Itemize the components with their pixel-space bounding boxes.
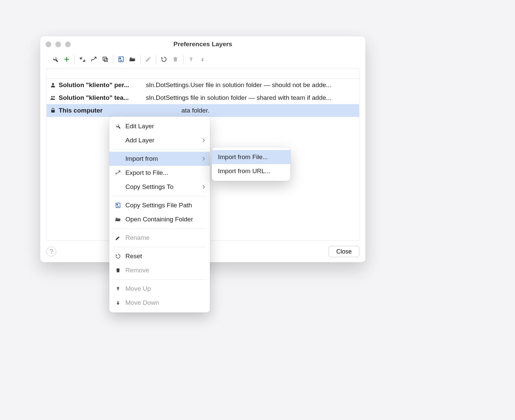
menu-copy-settings-to[interactable]: Copy Settings To xyxy=(109,180,210,194)
folder-open-icon[interactable] xyxy=(127,54,138,65)
pencil-icon xyxy=(115,235,121,241)
table-row[interactable]: This computer ata folder. xyxy=(47,104,359,117)
separator xyxy=(74,55,75,64)
chevron-right-icon xyxy=(202,156,205,161)
layer-name: Solution "kliento" per... xyxy=(59,81,142,89)
layer-name: This computer xyxy=(59,107,116,114)
wrench-icon xyxy=(115,123,121,129)
svg-rect-1 xyxy=(105,59,108,62)
copy-path-icon xyxy=(115,202,121,208)
lock-icon xyxy=(49,108,57,114)
chevron-right-icon xyxy=(202,138,205,143)
table-row[interactable]: Solution "kliento" per... sln.DotSetting… xyxy=(47,79,359,91)
menu-move-up: Move Up xyxy=(109,282,210,296)
separator xyxy=(113,228,207,229)
window-title: Preferences Layers xyxy=(40,41,365,48)
arrow-up-icon xyxy=(115,286,121,292)
wrench-icon[interactable] xyxy=(50,54,61,65)
chevron-right-icon xyxy=(202,185,205,189)
menu-import-from-url[interactable]: Import from URL... xyxy=(212,164,290,178)
menu-label: Move Up xyxy=(125,285,151,292)
menu-label: Import from URL... xyxy=(218,167,270,175)
svg-point-3 xyxy=(120,58,121,59)
trash-icon xyxy=(170,54,181,65)
reset-icon xyxy=(115,253,121,259)
menu-copy-settings-file-path[interactable]: Copy Settings File Path xyxy=(109,198,210,212)
people-icon xyxy=(49,95,57,101)
svg-point-9 xyxy=(117,204,118,205)
import-icon[interactable] xyxy=(77,54,88,65)
menu-import-from[interactable]: Import from xyxy=(109,152,210,166)
menu-remove: Remove xyxy=(109,263,210,277)
layer-desc: sln.DotSettings file in solution folder … xyxy=(146,94,331,101)
menu-import-from-file[interactable]: Import from File... xyxy=(212,150,290,164)
separator xyxy=(113,247,207,247)
table-row[interactable]: Solution "kliento" tea... sln.DotSetting… xyxy=(47,91,359,104)
menu-label: Open Containing Folder xyxy=(125,216,193,223)
separator xyxy=(113,196,207,196)
separator xyxy=(140,55,140,64)
menu-label: Move Down xyxy=(125,299,159,306)
menu-open-containing-folder[interactable]: Open Containing Folder xyxy=(109,212,210,226)
minimize-window-icon[interactable] xyxy=(55,42,61,47)
context-menu: Edit Layer Add Layer Import from Export … xyxy=(109,117,210,312)
zoom-window-icon[interactable] xyxy=(65,42,71,47)
separator xyxy=(113,55,113,64)
menu-label: Import from File... xyxy=(218,153,268,161)
window-controls xyxy=(46,42,71,47)
arrow-down-icon xyxy=(115,300,121,306)
svg-point-5 xyxy=(51,96,53,98)
menu-edit-layer[interactable]: Edit Layer xyxy=(109,119,210,133)
submenu-import: Import from File... Import from URL... xyxy=(212,147,290,181)
svg-point-6 xyxy=(53,96,55,98)
menu-move-down: Move Down xyxy=(109,296,210,310)
menu-label: Copy Settings File Path xyxy=(125,202,192,209)
menu-label: Reset xyxy=(125,253,142,260)
toolbar xyxy=(40,52,365,66)
copy-settings-icon[interactable] xyxy=(100,54,111,65)
arrow-down-icon xyxy=(197,54,208,65)
menu-label: Edit Layer xyxy=(125,123,154,130)
layer-name: Solution "kliento" tea... xyxy=(59,94,142,101)
separator xyxy=(183,55,183,64)
export-icon[interactable] xyxy=(88,54,100,65)
svg-rect-7 xyxy=(51,110,55,113)
menu-label: Rename xyxy=(125,234,150,241)
menu-label: Export to File... xyxy=(125,169,168,177)
menu-export-to-file[interactable]: Export to File... xyxy=(109,166,210,180)
pencil-icon xyxy=(142,54,154,65)
separator xyxy=(113,279,207,280)
layer-desc: sln.DotSettings.User file in solution fo… xyxy=(146,81,331,89)
trash-icon xyxy=(115,267,121,273)
export-icon xyxy=(115,170,121,176)
menu-add-layer[interactable]: Add Layer xyxy=(109,133,210,147)
layer-desc: ata folder. xyxy=(181,107,209,114)
plus-icon[interactable] xyxy=(61,54,72,65)
copy-path-icon[interactable] xyxy=(115,54,127,65)
menu-rename: Rename xyxy=(109,231,210,245)
close-button[interactable]: Close xyxy=(329,246,359,257)
menu-label: Add Layer xyxy=(125,137,155,144)
arrow-up-icon xyxy=(185,54,197,65)
folder-open-icon xyxy=(115,216,121,222)
close-window-icon[interactable] xyxy=(46,42,51,47)
person-icon xyxy=(49,82,57,88)
list-header xyxy=(47,69,359,79)
menu-label: Copy Settings To xyxy=(125,183,173,191)
menu-label: Remove xyxy=(125,267,149,274)
svg-point-4 xyxy=(52,83,54,85)
titlebar: Preferences Layers xyxy=(40,36,365,52)
reset-icon[interactable] xyxy=(158,54,170,65)
separator xyxy=(113,149,207,150)
menu-reset[interactable]: Reset xyxy=(109,249,210,263)
help-icon[interactable]: ? xyxy=(46,247,56,257)
menu-label: Import from xyxy=(125,155,158,162)
separator xyxy=(156,55,156,64)
